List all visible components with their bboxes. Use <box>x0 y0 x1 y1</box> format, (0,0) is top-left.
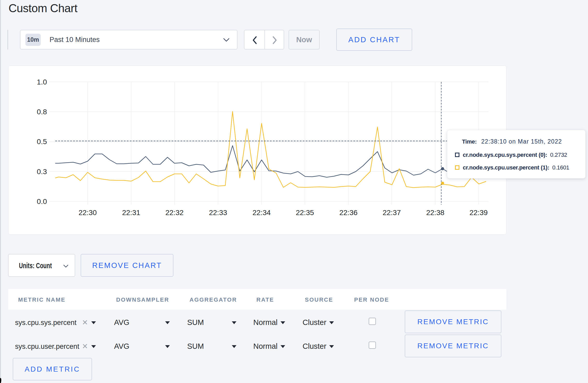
svg-text:22:30: 22:30 <box>79 209 97 217</box>
svg-text:0.3: 0.3 <box>37 168 47 176</box>
svg-text:0.8: 0.8 <box>37 108 47 116</box>
svg-text:0.0: 0.0 <box>37 197 47 205</box>
svg-text:1.0: 1.0 <box>37 78 47 86</box>
svg-text:22:34: 22:34 <box>253 209 271 217</box>
svg-text:22:39: 22:39 <box>470 209 488 217</box>
svg-text:22:38: 22:38 <box>426 209 444 217</box>
svg-text:22:32: 22:32 <box>165 209 184 217</box>
svg-text:22:33: 22:33 <box>209 209 227 217</box>
svg-text:22:36: 22:36 <box>339 209 358 217</box>
svg-text:22:37: 22:37 <box>383 209 401 217</box>
svg-text:22:31: 22:31 <box>122 209 140 217</box>
svg-text:0.5: 0.5 <box>37 138 47 146</box>
svg-text:22:35: 22:35 <box>296 209 314 217</box>
